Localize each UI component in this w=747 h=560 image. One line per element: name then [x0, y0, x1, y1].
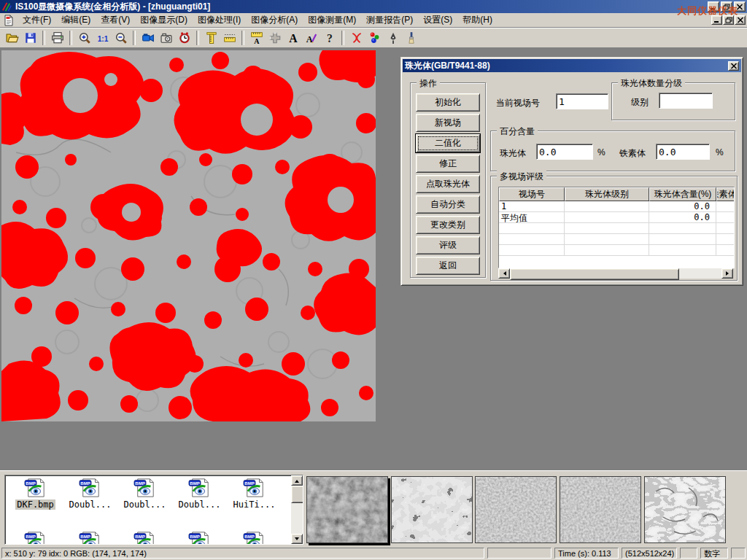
minimize-button[interactable]	[708, 1, 719, 12]
mdi-close-button[interactable]	[735, 15, 746, 25]
auto-classify-button[interactable]: 自动分类	[416, 195, 480, 214]
bmp-file-icon	[23, 478, 48, 498]
level-input[interactable]	[659, 93, 713, 109]
scale-label-button[interactable]	[247, 29, 266, 47]
file-item[interactable]: HuiTi...	[227, 478, 282, 510]
status-bar: x: 510 y: 79 idx: 0 RGB: (174, 174, 174)…	[0, 547, 747, 560]
caliper-button[interactable]	[202, 29, 220, 47]
file-item[interactable]	[117, 531, 172, 545]
menu-item-file[interactable]: 文件(F)	[18, 12, 56, 28]
dialog-title-bar[interactable]: 珠光体(GB/T9441-88)	[403, 59, 741, 72]
pearlite-percent-input[interactable]	[536, 144, 593, 160]
text-button[interactable]	[284, 29, 302, 47]
menu-item-image-display[interactable]: 图像显示(D)	[135, 12, 193, 28]
menu-item-image-processing[interactable]: 图像处理(I)	[193, 12, 246, 28]
return-button[interactable]: 返回	[416, 257, 480, 275]
binarize-button[interactable]: 二值化	[416, 134, 480, 152]
toolbar-separator	[69, 31, 72, 45]
zoom-out-button[interactable]	[112, 29, 130, 47]
table-row[interactable]: 平均值 0.0	[499, 212, 735, 223]
ruler-button[interactable]	[220, 29, 239, 47]
current-field-input[interactable]	[556, 93, 608, 109]
mdi-restore-button[interactable]	[723, 15, 734, 25]
initialize-button[interactable]: 初始化	[416, 93, 480, 112]
printer-icon	[51, 31, 64, 44]
dialog-close-button[interactable]	[728, 61, 739, 71]
menu-item-image-measure[interactable]: 图像测量(M)	[303, 12, 361, 28]
scroll-right-button[interactable]	[721, 268, 733, 279]
thumbnail-5[interactable]	[644, 476, 726, 543]
new-field-button[interactable]: 新视场	[416, 114, 480, 132]
file-item[interactable]: Doubl...	[117, 478, 172, 510]
thumbnail-2[interactable]	[391, 476, 473, 543]
file-item[interactable]	[227, 531, 282, 545]
menu-item-edit[interactable]: 编辑(E)	[56, 12, 96, 28]
scrollbar-track[interactable]	[679, 268, 721, 279]
file-item[interactable]	[63, 531, 117, 545]
rating-table[interactable]: 视场号 珠光体级别 珠光体含量(%) 铁素体含量(%) 1 0.0 平均值 0.…	[498, 187, 735, 268]
menu-item-help[interactable]: 帮助(H)	[457, 12, 498, 28]
close-icon	[730, 63, 738, 69]
change-class-button[interactable]: 更改类别	[416, 216, 480, 234]
text-edit-button[interactable]	[302, 29, 320, 47]
zoom-in-button[interactable]	[75, 29, 93, 47]
print-button[interactable]	[48, 29, 66, 47]
thumbnail-1[interactable]	[306, 476, 388, 543]
file-vertical-scrollbar[interactable]	[291, 475, 303, 544]
file-name: Doubl...	[68, 499, 113, 510]
file-item[interactable]	[172, 531, 227, 545]
pick-pearlite-button[interactable]: 点取珠光体	[416, 175, 480, 193]
menu-item-settings[interactable]: 设置(S)	[418, 12, 457, 28]
scrollbar-thumb[interactable]	[510, 268, 679, 280]
save-button[interactable]	[21, 29, 39, 47]
grading-group-label: 珠光体数量分级	[618, 77, 685, 90]
window-title: IS100显微摄像系统(金相分析版) - [zhuguangti01]	[15, 1, 210, 13]
actual-size-button[interactable]	[93, 29, 112, 47]
document-icon[interactable]	[3, 15, 15, 26]
operation-group-label: 操作	[417, 77, 440, 90]
pen-tool-button[interactable]	[384, 29, 402, 47]
curve-tool-button[interactable]	[347, 29, 365, 47]
open-button[interactable]	[3, 29, 21, 47]
bmp-file-icon	[133, 531, 158, 545]
rate-button[interactable]: 评级	[416, 236, 480, 254]
file-item[interactable]: Doubl...	[172, 478, 227, 510]
file-item[interactable]: Doubl...	[63, 478, 117, 510]
file-item[interactable]: DKF.bmp	[8, 478, 63, 510]
table-row[interactable]: 1 0.0	[499, 201, 735, 212]
mdi-minimize-button[interactable]	[711, 15, 722, 25]
title-bar[interactable]: IS100显微摄像系统(金相分析版) - [zhuguangti01]	[0, 0, 747, 13]
menu-item-measure-report[interactable]: 测量报告(P)	[361, 12, 418, 28]
status-time: Time (s): 0.113	[554, 548, 619, 559]
file-name: DKF.bmp	[15, 499, 55, 510]
file-browser[interactable]: DKF.bmp Doubl... Doubl... Doubl... HuiTi…	[4, 475, 303, 545]
scroll-down-button[interactable]	[291, 534, 303, 544]
ruler-a-icon	[250, 31, 263, 44]
timer-button[interactable]	[175, 29, 193, 47]
scrollbar-track[interactable]	[291, 503, 303, 534]
scroll-left-button[interactable]	[498, 268, 510, 279]
help-button[interactable]	[320, 29, 338, 47]
grid-button[interactable]	[266, 29, 284, 47]
menu-item-image-analysis[interactable]: 图像分析(A)	[246, 12, 303, 28]
snapshot-button[interactable]	[157, 29, 175, 47]
restore-button[interactable]	[721, 1, 732, 12]
close-button[interactable]	[734, 1, 746, 12]
multifield-group-label: 多视场评级	[497, 171, 546, 183]
toolbar-separator	[133, 31, 136, 45]
ferrite-percent-input[interactable]	[656, 144, 710, 160]
table-horizontal-scrollbar[interactable]	[498, 268, 733, 279]
micro-image[interactable]	[1, 50, 376, 421]
menu-item-view[interactable]: 查看(V)	[96, 12, 135, 28]
thumbnail-3[interactable]	[475, 476, 557, 543]
clock-icon	[178, 31, 191, 44]
phase-spheres-button[interactable]	[365, 29, 384, 47]
video-capture-button[interactable]	[139, 29, 157, 47]
status-empty-panel	[731, 548, 746, 559]
file-item[interactable]	[8, 531, 63, 545]
scroll-up-button[interactable]	[291, 475, 303, 486]
thumbnail-4[interactable]	[560, 476, 641, 543]
correct-button[interactable]: 修正	[416, 155, 480, 173]
brush-tool-button[interactable]	[402, 29, 420, 47]
scrollbar-thumb[interactable]	[291, 486, 303, 503]
